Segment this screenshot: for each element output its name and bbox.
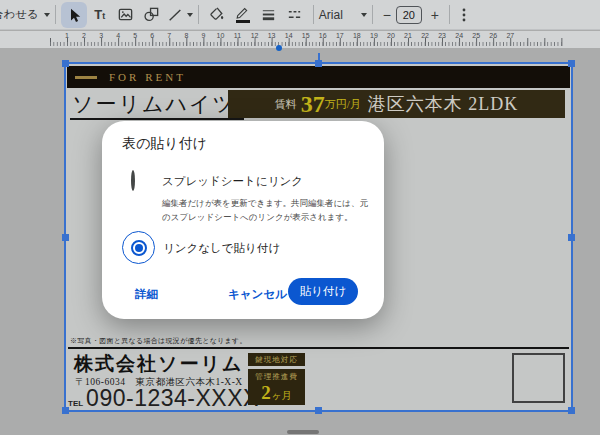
app-window: 合わせる Tt bbox=[0, 0, 600, 435]
dialog-title: 表の貼り付け bbox=[122, 135, 207, 153]
details-button[interactable]: 詳細 bbox=[135, 287, 158, 302]
radio-link-label[interactable]: スプレッドシートにリンク bbox=[162, 174, 303, 189]
radio-selected-icon bbox=[131, 240, 147, 256]
radio-link-description: 編集者だけが表を更新できます。共同編集者には、元のスプレッドシートへのリンクが表… bbox=[162, 196, 368, 224]
radio-paste-unlinked[interactable] bbox=[122, 231, 155, 264]
paste-table-dialog: 表の貼り付け スプレッドシートにリンク 編集者だけが表を更新できます。共同編集者… bbox=[102, 121, 384, 319]
paste-button[interactable]: 貼り付け bbox=[288, 278, 358, 305]
radio-link-to-spreadsheet[interactable] bbox=[131, 170, 135, 191]
cancel-button[interactable]: キャンセル bbox=[228, 287, 287, 302]
radio-paste-unlinked-label[interactable]: リンクなしで貼り付け bbox=[163, 241, 280, 256]
